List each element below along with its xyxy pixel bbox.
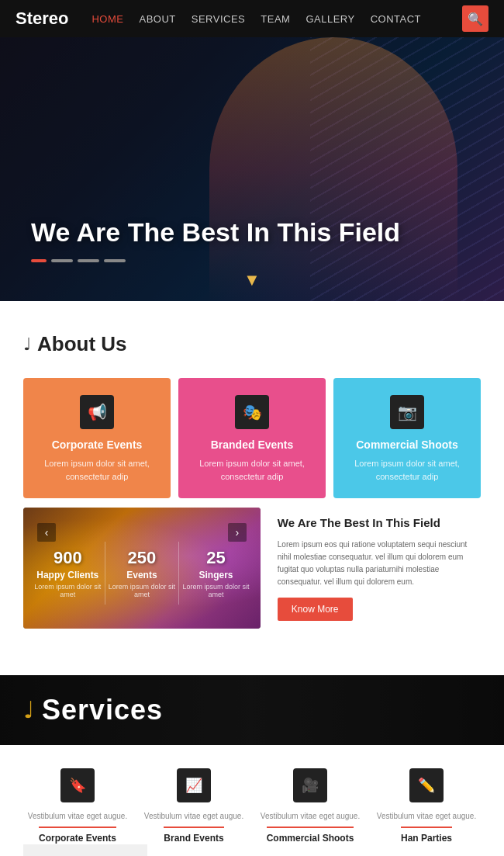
corporate-events-icon: 📢 — [80, 395, 114, 429]
service-commercial-icon: 🎥 — [293, 768, 327, 802]
service-han-title: Han Parties — [401, 827, 452, 844]
hero-arrow-down[interactable]: ▼ — [243, 270, 261, 290]
card-corporate-events: 📢 Corporate Events Lorem ipsum dolor sit… — [23, 378, 171, 498]
about-title: About Us — [37, 332, 127, 356]
happy-clients-sub: Lorem ipsum dolor sit amet — [34, 583, 102, 598]
hero-dot-4[interactable] — [104, 259, 126, 262]
nav-home[interactable]: HOME — [91, 13, 123, 25]
stats-content: ‹ › 900 Happy Clients Lorem ipsum dolor … — [23, 508, 261, 612]
services-grid-section: 🔖 Vestibulum vitae eget augue. Corporate… — [0, 745, 504, 857]
card-corporate-title: Corporate Events — [36, 438, 158, 451]
stat-singers: 25 Singers Lorem ipsum dolor sit amet — [179, 542, 253, 605]
cards-row: 📢 Corporate Events Lorem ipsum dolor sit… — [23, 378, 481, 498]
about-text-panel: We Are The Best In This Field Lorem ipsu… — [268, 508, 481, 629]
card-commercial-shoots: 📷 Commercial Shoots Lorem ipsum dolor si… — [333, 378, 481, 498]
events-sub: Lorem ipsum dolor sit amet — [109, 583, 176, 598]
events-label: Events — [109, 570, 176, 580]
stat-happy-clients: 900 Happy Clients Lorem ipsum dolor sit … — [31, 542, 105, 605]
stats-panel: ‹ › 900 Happy Clients Lorem ipsum dolor … — [23, 508, 261, 629]
service-han-icon: ✏️ — [409, 768, 444, 802]
face-illustration: ♪ ♫ ♩ — [23, 844, 147, 857]
service-brand-icon: 📈 — [177, 768, 211, 802]
slider-arrows: ‹ › — [31, 518, 253, 542]
face-svg: ♪ ♫ ♩ — [31, 844, 140, 857]
service-corporate-desc: Vestibulum vitae eget augue. — [23, 810, 132, 822]
about-heading: ♩ About Us — [23, 332, 481, 356]
nav-contact[interactable]: CONTACT — [371, 13, 421, 25]
second-row-services: 🎊 Vestibulum vitae eget augue. Special S… — [147, 844, 481, 857]
stats-text-row: ‹ › 900 Happy Clients Lorem ipsum dolor … — [23, 508, 481, 629]
prev-arrow[interactable]: ‹ — [37, 523, 56, 542]
about-text-body: Lorem ipsum eos qui ratione voluptatem s… — [278, 539, 471, 588]
services-music-icon: ♩ — [23, 696, 34, 723]
happy-clients-label: Happy Clients — [34, 570, 102, 580]
service-han-desc: Vestibulum vitae eget augue. — [372, 810, 481, 822]
nav-team[interactable]: TEAM — [261, 13, 290, 25]
hero-title: We Are The Best In This Field — [31, 217, 400, 248]
service-brand-desc: Vestibulum vitae eget augue. — [140, 810, 248, 822]
about-section: ♩ About Us 📢 Corporate Events Lorem ipsu… — [0, 301, 504, 652]
hero-section: We Are The Best In This Field ▼ — [0, 37, 504, 301]
services-grid-top: 🔖 Vestibulum vitae eget augue. Corporate… — [23, 768, 481, 844]
singers-sub: Lorem ipsum dolor sit amet — [182, 583, 250, 598]
card-branded-events: 🎭 Branded Events Lorem ipsum dolor sit a… — [178, 378, 326, 498]
stats-grid: 900 Happy Clients Lorem ipsum dolor sit … — [31, 542, 253, 605]
card-commercial-title: Commercial Shoots — [346, 438, 468, 451]
next-arrow[interactable]: › — [228, 523, 247, 542]
logo: Stereo — [16, 9, 68, 29]
bottom-section: ♪ ♫ ♩ 🎊 Vestibulum vitae eget augue. Spe… — [23, 844, 481, 857]
branded-events-icon: 🎭 — [235, 395, 269, 429]
hero-dot-1[interactable] — [31, 259, 47, 262]
stat-events: 250 Events Lorem ipsum dolor sit amet — [105, 542, 180, 605]
card-branded-desc: Lorem ipsum dolor sit amet, consectetur … — [191, 457, 313, 483]
face-image: ♪ ♫ ♩ — [23, 844, 147, 857]
service-commercial-desc: Vestibulum vitae eget augue. — [256, 810, 364, 822]
service-corporate-events: 🔖 Vestibulum vitae eget augue. Corporate… — [23, 768, 132, 844]
events-number: 250 — [109, 548, 176, 568]
service-han-parties: ✏️ Vestibulum vitae eget augue. Han Part… — [372, 768, 481, 844]
services-banner-title: Services — [42, 694, 163, 726]
singers-label: Singers — [182, 570, 250, 580]
nav-about[interactable]: ABOUT — [139, 13, 175, 25]
service-corporate-title: Corporate Events — [39, 827, 116, 844]
services-banner: ♩ Services — [0, 675, 504, 745]
service-commercial-shoots: 🎥 Vestibulum vitae eget augue. Commercia… — [256, 768, 364, 844]
about-text-title: We Are The Best In This Field — [278, 515, 471, 531]
know-more-button[interactable]: Know More — [278, 598, 353, 621]
service-corporate-icon: 🔖 — [60, 768, 95, 802]
commercial-shoots-icon: 📷 — [390, 395, 424, 429]
hero-dot-3[interactable] — [78, 259, 99, 262]
service-commercial-title: Commercial Shoots — [267, 827, 354, 844]
card-corporate-desc: Lorem ipsum dolor sit amet, consectetur … — [36, 457, 158, 483]
navbar: Stereo HOME ABOUT SERVICES TEAM GALLERY … — [0, 0, 504, 37]
search-button[interactable]: 🔍 — [462, 5, 488, 32]
hero-dot-2[interactable] — [51, 259, 73, 262]
services-banner-content: ♩ Services — [23, 694, 163, 726]
service-brand-title: Brand Events — [164, 827, 223, 844]
music-note-icon: ♩ — [23, 334, 31, 355]
nav-gallery[interactable]: GALLERY — [306, 13, 354, 25]
card-commercial-desc: Lorem ipsum dolor sit amet, consectetur … — [346, 457, 468, 483]
nav-links: HOME ABOUT SERVICES TEAM GALLERY CONTACT — [91, 12, 421, 26]
card-branded-title: Branded Events — [191, 438, 313, 451]
singers-number: 25 — [182, 548, 250, 568]
happy-clients-number: 900 — [34, 548, 102, 568]
service-brand-events: 📈 Vestibulum vitae eget augue. Brand Eve… — [140, 768, 248, 844]
nav-services[interactable]: SERVICES — [192, 13, 246, 25]
hero-content: We Are The Best In This Field — [0, 217, 400, 262]
hero-dots — [31, 259, 400, 262]
